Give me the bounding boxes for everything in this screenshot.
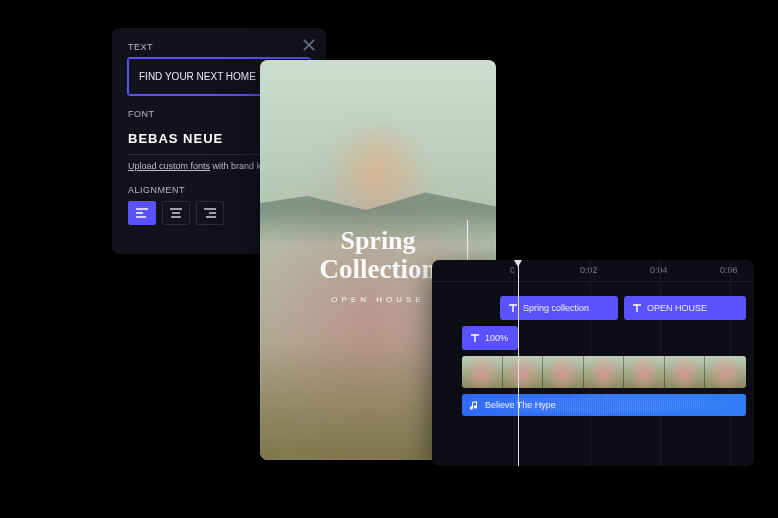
preview-title-line1: Spring [260,228,496,254]
text-clip-open-house[interactable]: OPEN HOUSE [624,296,746,320]
text-section-label: TEXT [128,42,310,52]
audio-clip[interactable]: Believe The Hype [462,394,746,416]
align-left-button[interactable] [128,201,156,225]
audio-track: Believe The Hype [442,394,744,416]
ruler-tick: 0:04 [650,265,668,275]
music-note-icon [470,400,480,410]
video-thumbnail [543,356,584,388]
upload-fonts-link[interactable]: Upload custom fonts [128,161,210,171]
playhead[interactable] [518,260,519,466]
timeline-ruler[interactable]: 0 0:02 0:04 0:06 [432,260,754,282]
text-icon [470,333,480,343]
timeline-panel: 0 0:02 0:04 0:06 Spring collection OPEN … [432,260,754,466]
text-clip-scale[interactable]: 100% [462,326,518,350]
align-center-button[interactable] [162,201,190,225]
video-thumbnail [705,356,745,388]
ruler-tick: 0:06 [720,265,738,275]
close-icon[interactable] [302,38,316,52]
video-thumbnail [624,356,665,388]
video-thumbnail [503,356,544,388]
video-clip[interactable] [462,356,746,388]
ruler-tick: 0:02 [580,265,598,275]
video-thumbnail [665,356,706,388]
text-track: 100% [442,326,744,350]
text-icon [632,303,642,313]
video-thumbnail [462,356,503,388]
align-right-button[interactable] [196,201,224,225]
text-track: Spring collection OPEN HOUSE [442,296,744,320]
video-track [442,356,744,388]
text-icon [508,303,518,313]
video-thumbnail [584,356,625,388]
